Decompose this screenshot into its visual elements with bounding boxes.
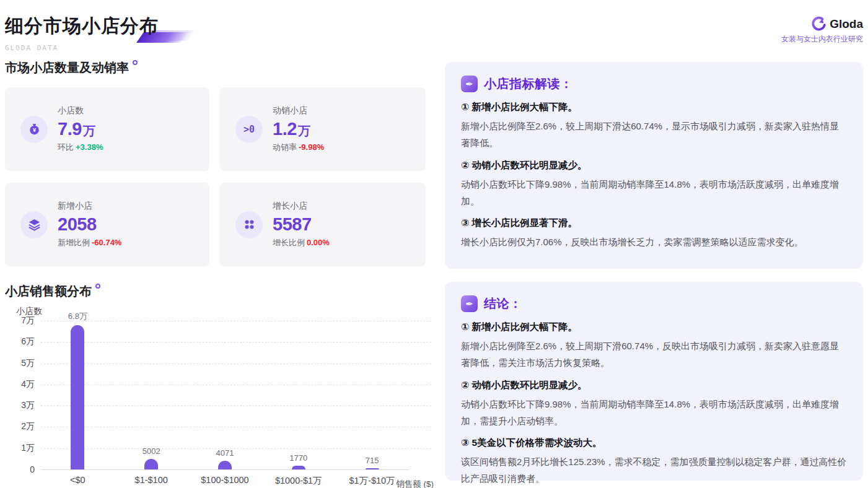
x-tick-label: $1-$100 [135, 475, 168, 485]
x-tick-label: $1000-$1万 [275, 475, 322, 487]
insight-item: ③ 5美金以下价格带需求波动大。 该区间销售额2月环比增长125.23%，需求不… [461, 437, 847, 487]
bar-value-label: 4071 [216, 448, 234, 458]
insight-panel-title: 结论： [484, 295, 522, 312]
insight-panel-header: ✒ 结论： [461, 295, 847, 312]
money-bag-icon: ¥ [20, 116, 48, 143]
stat-card: 新增小店 2058 新增比例-60.74% [5, 183, 209, 266]
insight-item: ② 动销小店数环比明显减少。 动销小店数环比下降9.98%，当前周期动销率降至1… [461, 379, 847, 430]
section-marker-icon [95, 284, 100, 289]
chart-section: 小店销售额分布 小店数 7万6万5万4万3万2万1万06.8万<$05002$1… [5, 283, 434, 488]
stat-card: ¥ 小店数 7.9万 环比+3.38% [5, 87, 209, 171]
insight-item-body: 新增小店比例降至2.6%，较上周期下滑达60.74%，显示市场吸引力减弱，新卖家… [461, 118, 847, 152]
stat-card-value: 5587 [273, 216, 330, 233]
brand-block: Gloda 女装与女士内衣行业研究 [781, 16, 863, 45]
stat-card-label: 动销小店 [273, 105, 324, 116]
insight-item: ① 新增小店比例大幅下降。 新增小店比例降至2.6%，较上周期下滑60.74%，… [461, 321, 847, 372]
bar [71, 325, 84, 469]
gloda-logo-icon [811, 16, 826, 32]
chart-plot-area: 7万6万5万4万3万2万1万06.8万<$05002$1-$1004071$10… [41, 321, 409, 470]
y-tick-label: 2万 [21, 421, 35, 432]
insight-item: ③ 增长小店比例显著下滑。 增长小店比例仅为7.06%，反映出市场增长乏力，卖家… [461, 217, 847, 250]
insight-item-body: 该区间销售额2月环比增长125.23%，需求不稳定，需加强质量控制以稳定客户群，… [461, 453, 847, 487]
bar [366, 468, 379, 469]
y-tick-label: 4万 [21, 379, 35, 390]
x-axis-title: 销售额 ($) [396, 479, 434, 488]
y-tick-label: 1万 [21, 443, 35, 454]
brand-name: Gloda [830, 17, 863, 31]
insight-panel-title: 小店指标解读： [484, 76, 573, 92]
bar-column: 5002$1-$100 [115, 321, 188, 469]
stat-card-metric: 增长比例0.00% [273, 237, 330, 248]
insight-item: ② 动销小店数环比明显减少。 动销小店数环比下降9.98%，当前周期动销率降至1… [461, 159, 847, 210]
y-tick-label: 7万 [21, 315, 35, 326]
insight-item-body: 动销小店数环比下降9.98%，当前周期动销率降至14.8%，表明市场活跃度减弱，… [461, 176, 847, 210]
insight-panels-column: ✒ 小店指标解读： ① 新增小店比例大幅下降。 新增小店比例降至2.6%，较上周… [445, 62, 863, 488]
bar-column: 1770$1000-$1万 [261, 321, 335, 469]
stat-card-value: 7.9万 [58, 120, 103, 138]
stat-card: >0 动销小店 1.2万 动销率-9.98% [220, 87, 426, 171]
page-title: 细分市场小店分布 [5, 14, 159, 39]
insight-panel-items: ① 新增小店比例大幅下降。 新增小店比例降至2.6%，较上周期下滑达60.74%… [461, 101, 847, 250]
bar-column: 4071$100-$1000 [188, 321, 262, 469]
insight-panel: ✒ 小店指标解读： ① 新增小店比例大幅下降。 新增小店比例降至2.6%，较上周… [445, 62, 863, 269]
left-column: 市场小店数量及动销率 ¥ 小店数 7.9万 环比+3.38% >0 动销小店 1… [5, 59, 434, 488]
insight-item: ① 新增小店比例大幅下降。 新增小店比例降至2.6%，较上周期下滑达60.74%… [461, 101, 847, 152]
sales-distribution-bar-chart: 小店数 7万6万5万4万3万2万1万06.8万<$05002$1-$100407… [5, 306, 434, 488]
stats-section-title: 市场小店数量及动销率 [5, 59, 434, 76]
y-tick-label: 6万 [21, 336, 35, 347]
x-tick-label: $1万-$10万 [349, 475, 395, 487]
bar-column: 6.8万<$0 [41, 321, 115, 469]
page-header: 细分市场小店分布 GLODA DATA Glod [5, 14, 863, 52]
insight-item-heading: ③ 增长小店比例显著下滑。 [461, 217, 847, 230]
insight-item-body: 增长小店比例仅为7.06%，反映出市场增长乏力，卖家需调整策略以适应需求变化。 [461, 233, 847, 250]
dashboard-page: 细分市场小店分布 GLODA DATA Glod [0, 0, 868, 488]
bar-value-label: 715 [366, 456, 379, 465]
pen-icon: ✒ [461, 76, 478, 92]
y-tick-label: 0 [30, 464, 35, 474]
insight-panel-items: ① 新增小店比例大幅下降。 新增小店比例降至2.6%，较上周期下滑60.74%，… [461, 321, 847, 487]
insight-item-heading: ① 新增小店比例大幅下降。 [461, 101, 847, 114]
bar-value-label: 6.8万 [68, 311, 87, 322]
stats-section: 市场小店数量及动销率 ¥ 小店数 7.9万 环比+3.38% >0 动销小店 1… [5, 59, 434, 266]
stat-card-metric: 环比+3.38% [58, 142, 103, 153]
brand-tagline[interactable]: 女装与女士内衣行业研究 [781, 34, 863, 45]
stat-card: 增长小店 5587 增长比例0.00% [220, 183, 426, 266]
insight-item-heading: ① 新增小店比例大幅下降。 [461, 321, 847, 334]
section-marker-icon [133, 60, 138, 65]
bar-column: 715$1万-$10万 [335, 321, 409, 469]
stat-card-value: 1.2万 [273, 120, 324, 138]
insight-item-body: 动销小店数环比下降9.98%，当前周期动销率降至14.8%，表明市场活跃度减弱，… [461, 396, 847, 430]
y-tick-label: 3万 [21, 400, 35, 411]
greater-than-zero-icon: >0 [235, 116, 263, 143]
insight-item-heading: ② 动销小店数环比明显减少。 [461, 159, 847, 172]
stat-card-label: 增长小店 [273, 201, 330, 212]
bar-value-label: 5002 [142, 447, 160, 456]
bar-value-label: 1770 [289, 453, 307, 463]
stat-card-label: 小店数 [58, 105, 103, 116]
stat-cards-grid: ¥ 小店数 7.9万 环比+3.38% >0 动销小店 1.2万 动销率-9.9… [5, 87, 434, 266]
chart-section-title: 小店销售额分布 [5, 283, 434, 300]
page-subtitle: GLODA DATA [5, 44, 863, 52]
y-tick-label: 5万 [21, 358, 35, 369]
bar [144, 459, 158, 469]
insight-item-heading: ③ 5美金以下价格带需求波动大。 [461, 437, 847, 450]
x-tick-label: $100-$1000 [201, 475, 248, 485]
grid-dots-icon [235, 211, 263, 238]
bar [218, 461, 232, 469]
stat-card-metric: 新增比例-60.74% [58, 237, 121, 248]
stat-card-value: 2058 [58, 216, 121, 233]
x-tick-label: <$0 [70, 475, 85, 485]
stats-section-title-text: 市场小店数量及动销率 [5, 59, 129, 76]
stat-card-label: 新增小店 [58, 201, 121, 212]
layers-icon [20, 211, 48, 238]
insight-panel-header: ✒ 小店指标解读： [461, 76, 847, 92]
bar [292, 466, 305, 469]
chart-section-title-text: 小店销售额分布 [5, 283, 92, 300]
insight-item-heading: ② 动销小店数环比明显减少。 [461, 379, 847, 392]
pen-icon: ✒ [461, 295, 478, 312]
insight-panel: ✒ 结论： ① 新增小店比例大幅下降。 新增小店比例降至2.6%，较上周期下滑6… [445, 282, 863, 481]
stat-card-metric: 动销率-9.98% [273, 142, 324, 153]
insight-item-body: 新增小店比例降至2.6%，较上周期下滑60.74%，反映出市场吸引力减弱，新卖家… [461, 338, 847, 372]
